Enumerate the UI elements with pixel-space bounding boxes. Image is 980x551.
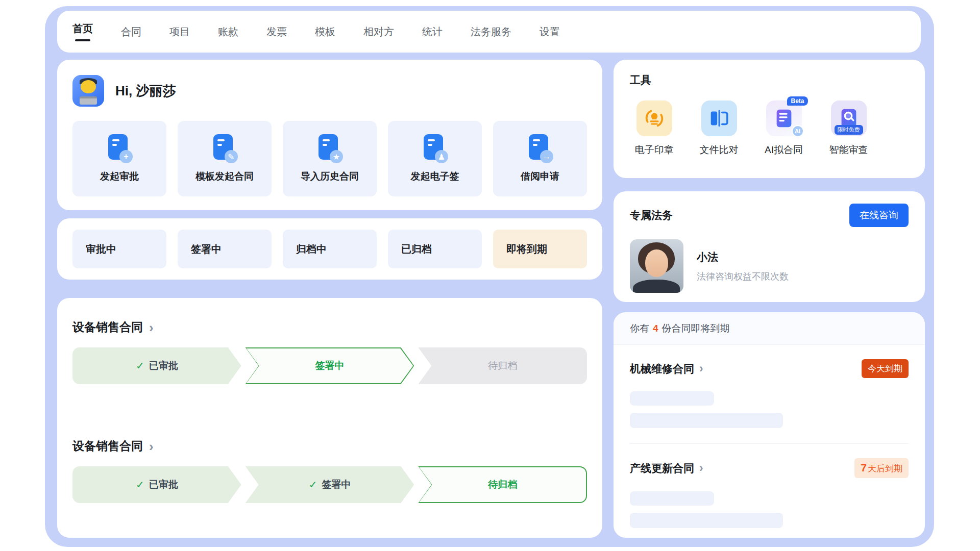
legal-advisor-card: 专属法务 在线咨询 小法 法律咨询权益不限次数 — [614, 191, 925, 302]
tab-counterparties[interactable]: 相对方 — [363, 25, 394, 39]
step-approved: ✓ 已审批 — [72, 466, 241, 503]
step-pending-archive: 待归档 — [418, 347, 587, 384]
advisor-name: 小法 — [697, 250, 789, 264]
filter-archiving[interactable]: 归档中 — [283, 230, 377, 268]
import-history-button[interactable]: ★ 导入历史合同 — [283, 121, 377, 196]
tools-title: 工具 — [630, 73, 909, 87]
tab-legal-services[interactable]: 法务服务 — [471, 25, 511, 39]
chevron-right-icon: › — [699, 363, 703, 374]
days-text: 天后到期 — [868, 464, 902, 473]
due-today-badge: 今天到期 — [862, 359, 909, 378]
tool-ai-draft[interactable]: Beta AI AI拟合同 — [760, 101, 808, 157]
chevron-right-icon: › — [699, 462, 703, 474]
contract-title-link[interactable]: 设备销售合同 › — [72, 438, 587, 454]
step-signed: ✓ 签署中 — [246, 466, 414, 503]
online-consult-button[interactable]: 在线咨询 — [849, 204, 909, 227]
tab-label: 模板 — [315, 25, 335, 39]
expiring-contract-link[interactable]: 机械维修合同 › — [630, 362, 703, 376]
mascot-head — [81, 80, 96, 93]
quick-action-label: 发起电子签 — [411, 170, 459, 183]
contract-title: 设备销售合同 — [72, 438, 143, 454]
quick-action-label: 发起审批 — [100, 170, 139, 183]
tool-file-compare[interactable]: 文件比对 — [695, 101, 743, 157]
due-in-days-badge: 7天后到期 — [854, 458, 909, 478]
tool-label: 电子印章 — [635, 143, 674, 157]
advisor-description: 法律咨询权益不限次数 — [697, 270, 789, 283]
document-plus-icon: + — [108, 134, 131, 162]
step-signing-current: 签署中 — [246, 347, 414, 384]
document-pencil-icon: ✎ — [213, 134, 236, 162]
expiring-contracts-card: 你有 4 份合同即将到期 机械维修合同 › 今天到期 产线更新合同 › 7天后到… — [614, 312, 925, 538]
tab-payments[interactable]: 账款 — [218, 25, 238, 39]
tab-label: 设置 — [540, 25, 560, 39]
status-filter-card: 审批中 签署中 归档中 已归档 即将到期 — [57, 218, 602, 280]
stamp-icon — [636, 101, 672, 136]
book-arrow-icon: → — [529, 134, 551, 162]
filter-signing[interactable]: 签署中 — [178, 230, 272, 268]
beta-badge: Beta — [787, 96, 807, 106]
contract-title-link[interactable]: 设备销售合同 › — [72, 319, 587, 335]
tools-card: 工具 电子印章 文件比对 — [614, 60, 925, 178]
expiring-item: 机械维修合同 › 今天到期 — [614, 345, 925, 443]
tab-invoices[interactable]: 发票 — [266, 25, 287, 39]
tab-label: 法务服务 — [471, 25, 511, 39]
template-contract-button[interactable]: ✎ 模板发起合同 — [178, 121, 272, 196]
contract-title: 设备销售合同 — [72, 319, 143, 335]
tools-row: 电子印章 文件比对 — [630, 101, 909, 157]
tab-label: 统计 — [422, 25, 443, 39]
tab-label: 合同 — [121, 25, 141, 39]
tab-label: 项目 — [169, 25, 190, 39]
greeting-text: Hi, 沙丽莎 — [115, 82, 176, 100]
mascot-laptop — [80, 96, 97, 105]
advisor-body — [633, 280, 680, 293]
tool-label: 智能审查 — [829, 143, 868, 157]
borrow-request-button[interactable]: → 借阅申请 — [493, 121, 587, 196]
tool-smart-review[interactable]: 限时免费 智能审查 — [824, 101, 873, 157]
tab-label: 账款 — [218, 25, 238, 39]
tab-label: 相对方 — [363, 25, 394, 39]
chevron-right-icon: › — [149, 321, 154, 334]
advisor-face — [645, 249, 668, 277]
tab-label: 发票 — [266, 25, 287, 39]
advisor-photo — [630, 239, 683, 293]
contract-progress: ✓ 已审批 ✓ 签署中 待归档 — [72, 466, 587, 503]
tab-projects[interactable]: 项目 — [169, 25, 190, 39]
tab-label: 首页 — [72, 22, 93, 36]
tool-label: 文件比对 — [700, 143, 739, 157]
top-nav: 首页 合同 项目 账款 发票 模板 相对方 统计 法务服务 设置 — [57, 11, 921, 53]
filter-archived[interactable]: 已归档 — [388, 230, 482, 268]
tab-statistics[interactable]: 统计 — [422, 25, 443, 39]
check-icon: ✓ — [309, 479, 317, 491]
filter-expiring-soon[interactable]: 即将到期 — [493, 230, 587, 268]
active-tab-underline — [75, 39, 90, 41]
expiring-count: 4 — [653, 323, 658, 334]
limited-free-badge: 限时免费 — [835, 125, 863, 135]
quick-action-label: 借阅申请 — [521, 170, 559, 183]
check-icon: ✓ — [136, 479, 144, 491]
quick-action-label: 模板发起合同 — [195, 170, 254, 183]
avatar — [72, 75, 104, 107]
skeleton-bar — [630, 413, 783, 428]
skeleton-bar — [630, 391, 714, 406]
file-compare-icon — [701, 101, 737, 136]
ai-contract-icon: Beta AI — [766, 101, 802, 136]
doc-magnifier-icon: 限时免费 — [831, 101, 867, 136]
expiring-contract-link[interactable]: 产线更新合同 › — [630, 461, 703, 475]
start-esign-button[interactable]: ♟ 发起电子签 — [388, 121, 482, 196]
tab-settings[interactable]: 设置 — [540, 25, 560, 39]
expiring-contract-title: 产线更新合同 — [630, 461, 694, 475]
tool-eseal[interactable]: 电子印章 — [630, 101, 678, 157]
tab-templates[interactable]: 模板 — [315, 25, 335, 39]
start-approval-button[interactable]: + 发起审批 — [72, 121, 166, 196]
days-number: 7 — [861, 462, 867, 473]
skeleton-bar — [630, 513, 783, 528]
greeting-row: Hi, 沙丽莎 — [72, 75, 587, 107]
tab-home[interactable]: 首页 — [72, 22, 93, 41]
document-star-icon: ★ — [318, 134, 341, 162]
filter-approving[interactable]: 审批中 — [72, 230, 166, 268]
ai-badge: AI — [792, 125, 804, 137]
tab-contracts[interactable]: 合同 — [121, 25, 141, 39]
skeleton-bar — [630, 491, 714, 506]
expiring-header: 你有 4 份合同即将到期 — [614, 312, 925, 345]
expiring-header-prefix: 你有 — [630, 322, 649, 335]
